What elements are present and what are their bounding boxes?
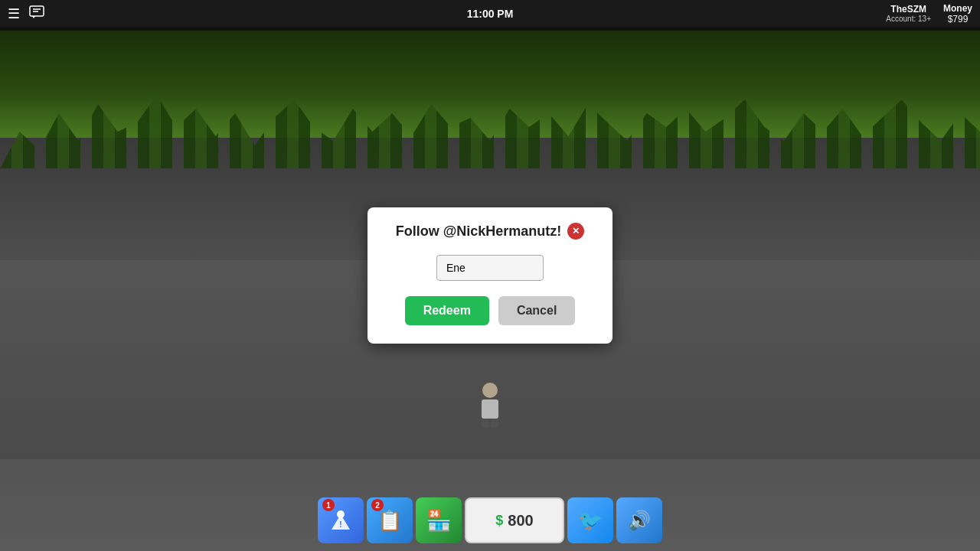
modal-overlay: Follow @NickHermanutz! ✕ Redeem Cancel: [0, 0, 980, 551]
code-input[interactable]: [436, 255, 544, 281]
modal-title: Follow @NickHermanutz!: [396, 223, 562, 240]
modal-header: Follow @NickHermanutz! ✕: [390, 223, 590, 240]
redeem-modal: Follow @NickHermanutz! ✕ Redeem Cancel: [368, 207, 612, 344]
modal-buttons: Redeem Cancel: [390, 296, 590, 325]
modal-close-button[interactable]: ✕: [567, 223, 584, 240]
cancel-button[interactable]: Cancel: [498, 296, 575, 325]
modal-input-row: [390, 255, 590, 281]
redeem-button[interactable]: Redeem: [405, 296, 489, 325]
